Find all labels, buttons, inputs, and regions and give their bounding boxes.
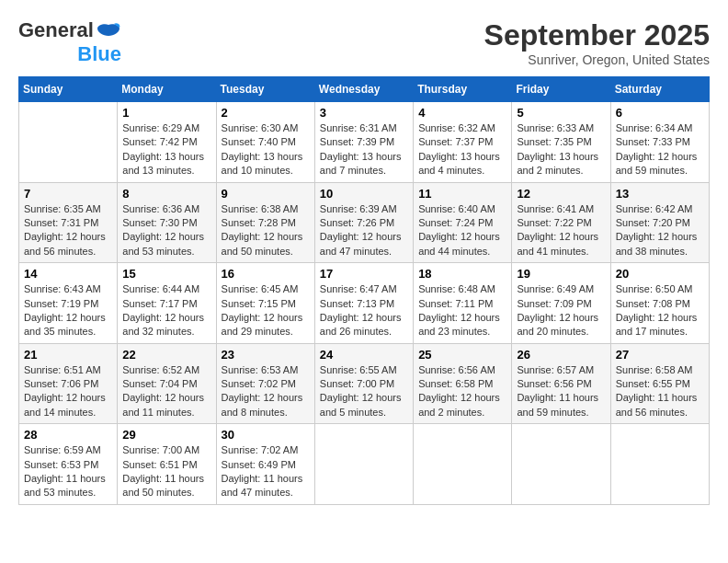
day-number: 25 [418,348,506,362]
main-title: September 2025 [484,18,710,52]
calendar-cell [414,424,512,505]
day-number: 19 [517,267,605,281]
day-number: 11 [418,187,506,201]
day-info: Sunrise: 6:29 AM Sunset: 7:42 PM Dayligh… [122,121,210,178]
day-info: Sunrise: 6:44 AM Sunset: 7:17 PM Dayligh… [122,282,210,339]
week-row-2: 7Sunrise: 6:35 AM Sunset: 7:31 PM Daylig… [19,182,710,263]
calendar-cell: 24Sunrise: 6:55 AM Sunset: 7:00 PM Dayli… [314,343,413,424]
calendar-cell: 16Sunrise: 6:45 AM Sunset: 7:15 PM Dayli… [216,263,314,344]
page-header: General Blue September 2025 Sunriver, Or… [18,18,710,67]
calendar-cell: 26Sunrise: 6:57 AM Sunset: 6:56 PM Dayli… [512,343,610,424]
day-number: 16 [222,267,310,281]
day-number: 5 [517,106,605,120]
col-header-saturday: Saturday [610,77,709,102]
day-info: Sunrise: 6:50 AM Sunset: 7:08 PM Dayligh… [616,282,704,339]
day-info: Sunrise: 6:47 AM Sunset: 7:13 PM Dayligh… [320,282,408,339]
day-number: 1 [122,106,210,120]
day-number: 21 [24,348,112,362]
day-number: 24 [320,348,408,362]
calendar-cell: 25Sunrise: 6:56 AM Sunset: 6:58 PM Dayli… [414,343,512,424]
day-number: 8 [122,187,210,201]
day-number: 3 [320,106,408,120]
logo: General Blue [18,18,121,66]
day-info: Sunrise: 6:31 AM Sunset: 7:39 PM Dayligh… [320,121,408,178]
calendar-cell: 2Sunrise: 6:30 AM Sunset: 7:40 PM Daylig… [216,102,314,183]
day-number: 15 [122,267,210,281]
day-number: 28 [24,428,112,442]
day-info: Sunrise: 6:39 AM Sunset: 7:26 PM Dayligh… [320,202,408,259]
calendar-cell: 17Sunrise: 6:47 AM Sunset: 7:13 PM Dayli… [314,263,413,344]
col-header-wednesday: Wednesday [314,77,413,102]
calendar-cell: 11Sunrise: 6:40 AM Sunset: 7:24 PM Dayli… [414,182,512,263]
day-info: Sunrise: 6:32 AM Sunset: 7:37 PM Dayligh… [418,121,506,178]
calendar-cell: 27Sunrise: 6:58 AM Sunset: 6:55 PM Dayli… [610,343,709,424]
col-header-tuesday: Tuesday [216,77,314,102]
day-number: 18 [418,267,506,281]
day-number: 2 [222,106,310,120]
day-number: 7 [24,187,112,201]
calendar-cell: 3Sunrise: 6:31 AM Sunset: 7:39 PM Daylig… [314,102,413,183]
day-info: Sunrise: 6:59 AM Sunset: 6:53 PM Dayligh… [24,443,112,500]
col-header-friday: Friday [512,77,610,102]
day-info: Sunrise: 6:41 AM Sunset: 7:22 PM Dayligh… [517,202,605,259]
day-number: 12 [517,187,605,201]
day-number: 9 [222,187,310,201]
col-header-monday: Monday [118,77,216,102]
day-info: Sunrise: 6:38 AM Sunset: 7:28 PM Dayligh… [222,202,310,259]
col-header-thursday: Thursday [414,77,512,102]
calendar-cell: 30Sunrise: 7:02 AM Sunset: 6:49 PM Dayli… [216,424,314,505]
day-info: Sunrise: 6:35 AM Sunset: 7:31 PM Dayligh… [24,202,112,259]
calendar-cell: 20Sunrise: 6:50 AM Sunset: 7:08 PM Dayli… [610,263,709,344]
day-info: Sunrise: 6:56 AM Sunset: 6:58 PM Dayligh… [418,363,506,420]
subtitle: Sunriver, Oregon, United States [484,52,710,67]
logo-blue: Blue [77,42,121,66]
calendar-cell [512,424,610,505]
calendar-cell [314,424,413,505]
calendar-header-row: SundayMondayTuesdayWednesdayThursdayFrid… [19,77,710,102]
day-info: Sunrise: 6:42 AM Sunset: 7:20 PM Dayligh… [616,202,704,259]
calendar-cell [19,102,118,183]
day-info: Sunrise: 6:43 AM Sunset: 7:19 PM Dayligh… [24,282,112,339]
day-number: 10 [320,187,408,201]
week-row-4: 21Sunrise: 6:51 AM Sunset: 7:06 PM Dayli… [19,343,710,424]
day-number: 20 [616,267,704,281]
day-info: Sunrise: 7:02 AM Sunset: 6:49 PM Dayligh… [222,443,310,500]
calendar-cell: 21Sunrise: 6:51 AM Sunset: 7:06 PM Dayli… [19,343,118,424]
day-info: Sunrise: 6:53 AM Sunset: 7:02 PM Dayligh… [222,363,310,420]
day-info: Sunrise: 6:49 AM Sunset: 7:09 PM Dayligh… [517,282,605,339]
day-number: 29 [122,428,210,442]
title-block: September 2025 Sunriver, Oregon, United … [484,18,710,67]
day-number: 22 [122,348,210,362]
calendar-cell: 4Sunrise: 6:32 AM Sunset: 7:37 PM Daylig… [414,102,512,183]
calendar-cell: 8Sunrise: 6:36 AM Sunset: 7:30 PM Daylig… [118,182,216,263]
day-info: Sunrise: 6:45 AM Sunset: 7:15 PM Dayligh… [222,282,310,339]
calendar-cell: 28Sunrise: 6:59 AM Sunset: 6:53 PM Dayli… [19,424,118,505]
calendar-cell: 7Sunrise: 6:35 AM Sunset: 7:31 PM Daylig… [19,182,118,263]
day-info: Sunrise: 6:34 AM Sunset: 7:33 PM Dayligh… [616,121,704,178]
day-info: Sunrise: 6:40 AM Sunset: 7:24 PM Dayligh… [418,202,506,259]
logo-bird-icon [96,23,121,38]
calendar-cell: 12Sunrise: 6:41 AM Sunset: 7:22 PM Dayli… [512,182,610,263]
day-number: 17 [320,267,408,281]
day-info: Sunrise: 6:51 AM Sunset: 7:06 PM Dayligh… [24,363,112,420]
calendar-cell: 22Sunrise: 6:52 AM Sunset: 7:04 PM Dayli… [118,343,216,424]
day-number: 30 [222,428,310,442]
calendar-cell: 18Sunrise: 6:48 AM Sunset: 7:11 PM Dayli… [414,263,512,344]
day-info: Sunrise: 6:48 AM Sunset: 7:11 PM Dayligh… [418,282,506,339]
day-info: Sunrise: 6:57 AM Sunset: 6:56 PM Dayligh… [517,363,605,420]
calendar-table: SundayMondayTuesdayWednesdayThursdayFrid… [18,76,710,505]
day-info: Sunrise: 6:52 AM Sunset: 7:04 PM Dayligh… [122,363,210,420]
logo-block: General Blue [18,18,121,66]
calendar-cell: 29Sunrise: 7:00 AM Sunset: 6:51 PM Dayli… [118,424,216,505]
day-number: 13 [616,187,704,201]
calendar-cell: 10Sunrise: 6:39 AM Sunset: 7:26 PM Dayli… [314,182,413,263]
day-number: 6 [616,106,704,120]
calendar-cell: 19Sunrise: 6:49 AM Sunset: 7:09 PM Dayli… [512,263,610,344]
day-info: Sunrise: 6:55 AM Sunset: 7:00 PM Dayligh… [320,363,408,420]
week-row-5: 28Sunrise: 6:59 AM Sunset: 6:53 PM Dayli… [19,424,710,505]
logo-general: General [18,18,94,42]
week-row-3: 14Sunrise: 6:43 AM Sunset: 7:19 PM Dayli… [19,263,710,344]
calendar-cell: 6Sunrise: 6:34 AM Sunset: 7:33 PM Daylig… [610,102,709,183]
calendar-cell: 13Sunrise: 6:42 AM Sunset: 7:20 PM Dayli… [610,182,709,263]
day-number: 4 [418,106,506,120]
